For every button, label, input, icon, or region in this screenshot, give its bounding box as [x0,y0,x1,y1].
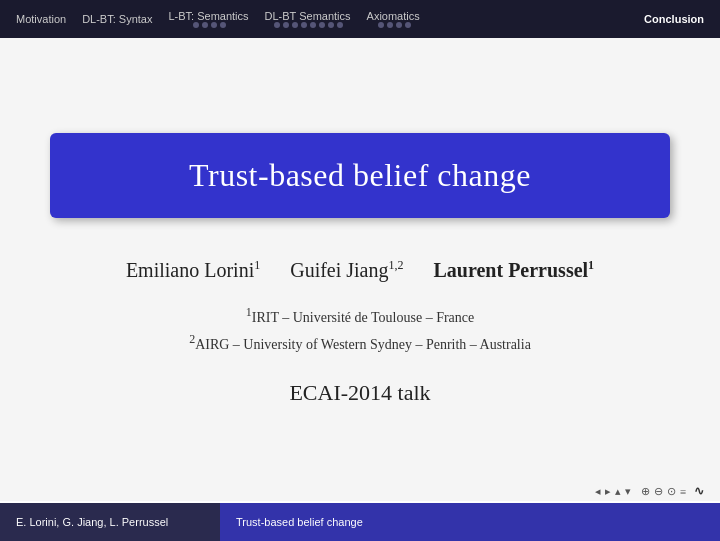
bottom-title-section: Trust-based belief change [220,503,720,541]
author-1-sup: 1 [254,258,260,272]
slide-nav-icons: ◂ ▸ ▴ ▾ ⊕ ⊖ ⊙ ≡ ∿ [595,484,704,499]
affil-2-sup: 2 [189,332,195,346]
down-icon[interactable]: ▾ [625,485,631,498]
up-icon[interactable]: ▴ [615,485,621,498]
search-icon[interactable]: ⊙ [667,485,676,498]
author-2: Guifei Jiang1,2 [290,258,403,282]
bottom-title-text: Trust-based belief change [236,516,363,528]
nav-item-l-bt-semantics[interactable]: L-BT: Semantics [160,10,256,28]
bottom-authors-text: E. Lorini, G. Jiang, L. Perrussel [16,516,168,528]
affiliation-1: 1IRIT – Université de Toulouse – France [246,305,474,326]
author-1: Emiliano Lorini1 [126,258,260,282]
nav-dots-dl-bt [274,22,343,28]
nav-dots-l-bt [193,22,226,28]
author-3: Laurent Perrussel1 [434,258,595,282]
next-slide-icon[interactable]: ▸ [605,485,611,498]
end-icon[interactable]: ∿ [694,484,704,499]
conference-label: ECAI-2014 talk [289,380,430,406]
top-navbar: Motivation DL-BT: Syntax L-BT: Semantics… [0,0,720,38]
menu-icon[interactable]: ≡ [680,486,686,498]
author-2-sup: 1,2 [389,258,404,272]
affiliation-2: 2AIRG – University of Western Sydney – P… [189,332,531,353]
bottom-author-section: E. Lorini, G. Jiang, L. Perrussel [0,503,220,541]
bottom-bar: E. Lorini, G. Jiang, L. Perrussel Trust-… [0,503,720,541]
prev-slide-icon[interactable]: ◂ [595,485,601,498]
slide-title: Trust-based belief change [189,157,531,193]
author-3-sup: 1 [588,258,594,272]
slide-content: Trust-based belief change Emiliano Lorin… [0,38,720,501]
authors-row: Emiliano Lorini1 Guifei Jiang1,2 Laurent… [126,258,594,282]
nav-item-conclusion[interactable]: Conclusion [636,13,712,25]
nav-item-motivation[interactable]: Motivation [8,13,74,25]
nav-dots-axiomatics [378,22,411,28]
affil-1-sup: 1 [246,305,252,319]
zoom-in-icon[interactable]: ⊕ [641,485,650,498]
affiliations: 1IRIT – Université de Toulouse – France … [189,305,531,352]
slide-title-box: Trust-based belief change [50,133,670,218]
nav-item-dl-bt-semantics[interactable]: DL-BT Semantics [257,10,359,28]
zoom-out-icon[interactable]: ⊖ [654,485,663,498]
nav-item-dl-bt-syntax[interactable]: DL-BT: Syntax [74,13,160,25]
nav-item-axiomatics[interactable]: Axiomatics [359,10,428,28]
